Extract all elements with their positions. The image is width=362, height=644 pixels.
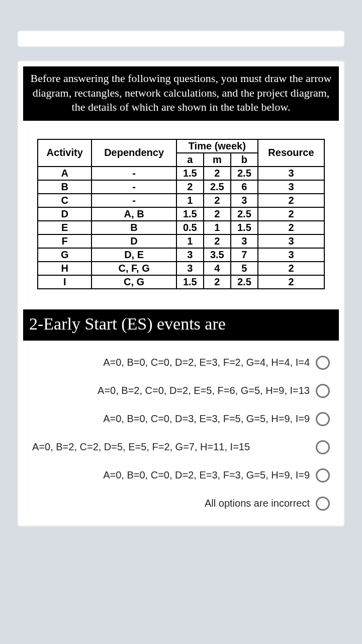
table-row: G D, E 3 3.5 7 3 [38,248,324,262]
cell-m: 4 [204,262,231,275]
cell-m: 1 [204,221,231,234]
radio-icon[interactable] [316,468,330,482]
radio-icon[interactable] [316,356,330,370]
cell-m: 2 [204,234,231,248]
cell-a: 1 [176,234,204,248]
radio-icon[interactable] [316,412,330,426]
question-card: Before answering the following questions… [17,60,345,527]
header-activity: Activity [38,139,92,167]
table-row: F D 1 2 3 3 [38,234,324,248]
cell-activity: F [38,234,92,248]
cell-resource: 2 [258,207,324,221]
radio-icon[interactable] [316,440,330,454]
cell-resource: 3 [258,167,324,180]
cell-resource: 2 [258,194,324,207]
cell-b: 3 [231,194,258,207]
cell-activity: H [38,262,92,275]
cell-b: 2.5 [231,207,258,221]
cell-a: 3 [176,248,204,262]
activity-table-body: A - 1.5 2 2.5 3 B - 2 2.5 6 3 C - [38,167,324,289]
cell-m: 3.5 [204,248,231,262]
cell-b: 3 [231,234,258,248]
cell-dependency: C, F, G [92,262,176,275]
header-time-group: Time (week) [176,139,258,153]
cell-resource: 3 [258,248,324,262]
option-row[interactable]: A=0, B=2, C=0, D=2, E=5, F=6, G=5, H=9, … [32,384,330,398]
activity-table: Activity Dependency Time (week) Resource… [37,139,325,289]
option-text: A=0, B=0, C=0, D=2, E=3, F=2, G=4, H=4, … [32,357,310,368]
table-row: A - 1.5 2 2.5 3 [38,167,324,180]
cell-b: 1.5 [231,221,258,234]
cell-dependency: D [92,234,176,248]
option-row[interactable]: A=0, B=0, C=0, D=3, E=3, F=5, G=5, H=9, … [32,412,330,426]
instruction-text: Before answering the following questions… [23,66,339,121]
cell-resource: 2 [258,275,324,289]
table-row: C - 1 2 3 2 [38,194,324,207]
option-text: A=0, B=2, C=2, D=5, E=5, F=2, G=7, H=11,… [32,441,310,453]
cell-activity: B [38,180,92,194]
header-a: a [176,153,204,167]
cell-activity: G [38,248,92,262]
previous-card-placeholder [17,30,345,47]
cell-a: 1.5 [176,207,204,221]
cell-activity: D [38,207,92,221]
cell-resource: 3 [258,180,324,194]
option-text: A=0, B=0, C=0, D=2, E=3, F=3, G=5, H=9, … [32,469,310,481]
cell-dependency: A, B [92,207,176,221]
cell-m: 2 [204,194,231,207]
cell-a: 2 [176,180,204,194]
cell-resource: 2 [258,262,324,275]
option-row[interactable]: A=0, B=0, C=0, D=2, E=3, F=2, G=4, H=4, … [32,356,330,370]
option-row[interactable]: All options are incorrect [32,497,330,511]
cell-dependency: B [92,221,176,234]
options-container: A=0, B=0, C=0, D=2, E=3, F=2, G=4, H=4, … [18,341,344,521]
cell-a: 1.5 [176,275,204,289]
header-resource: Resource [258,139,324,167]
question-title: 2-Early Start (ES) events are [23,309,339,341]
cell-activity: I [38,275,92,289]
cell-resource: 3 [258,234,324,248]
cell-b: 5 [231,262,258,275]
cell-b: 2.5 [231,275,258,289]
option-row[interactable]: A=0, B=0, C=0, D=2, E=3, F=3, G=5, H=9, … [32,468,330,482]
activity-table-container: Activity Dependency Time (week) Resource… [18,121,344,309]
cell-a: 1 [176,194,204,207]
option-text: A=0, B=0, C=0, D=3, E=3, F=5, G=5, H=9, … [32,413,310,425]
radio-icon[interactable] [316,497,330,511]
cell-m: 2 [204,275,231,289]
cell-m: 2.5 [204,180,231,194]
cell-a: 0.5 [176,221,204,234]
table-row: I C, G 1.5 2 2.5 2 [38,275,324,289]
header-m: m [204,153,231,167]
cell-b: 7 [231,248,258,262]
cell-dependency: D, E [92,248,176,262]
option-text: All options are incorrect [32,498,310,509]
header-dependency: Dependency [92,139,176,167]
cell-b: 6 [231,180,258,194]
table-row: D A, B 1.5 2 2.5 2 [38,207,324,221]
cell-a: 1.5 [176,167,204,180]
cell-activity: C [38,194,92,207]
cell-activity: A [38,167,92,180]
table-row: E B 0.5 1 1.5 2 [38,221,324,234]
cell-m: 2 [204,207,231,221]
cell-dependency: C, G [92,275,176,289]
cell-b: 2.5 [231,167,258,180]
cell-dependency: - [92,167,176,180]
table-row: B - 2 2.5 6 3 [38,180,324,194]
cell-a: 3 [176,262,204,275]
table-row: H C, F, G 3 4 5 2 [38,262,324,275]
cell-activity: E [38,221,92,234]
option-text: A=0, B=2, C=0, D=2, E=5, F=6, G=5, H=9, … [32,385,310,396]
radio-icon[interactable] [316,384,330,398]
cell-resource: 2 [258,221,324,234]
option-row[interactable]: A=0, B=2, C=2, D=5, E=5, F=2, G=7, H=11,… [32,440,330,454]
cell-dependency: - [92,180,176,194]
header-b: b [231,153,258,167]
cell-m: 2 [204,167,231,180]
cell-dependency: - [92,194,176,207]
